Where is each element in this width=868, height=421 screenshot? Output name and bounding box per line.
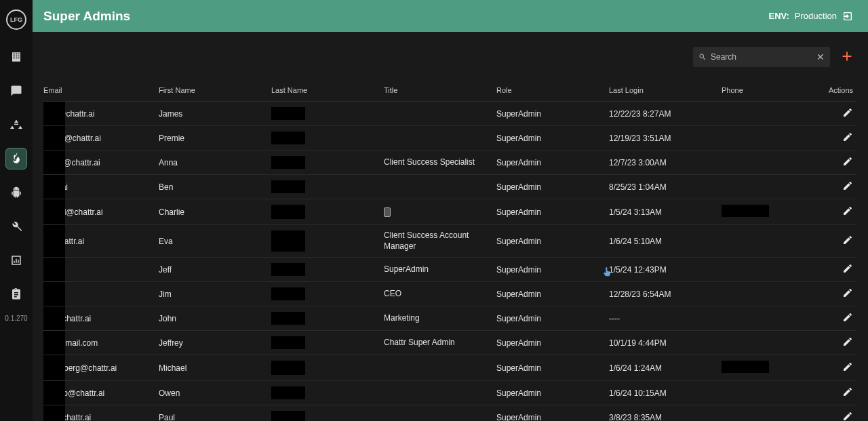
cell-phone bbox=[722, 331, 826, 355]
cell-role: SuperAdmin bbox=[496, 258, 609, 282]
logo[interactable]: LFG bbox=[6, 9, 26, 30]
nav-fire-icon[interactable] bbox=[5, 148, 27, 169]
col-role[interactable]: Role bbox=[496, 82, 609, 102]
cell-role: SuperAdmin bbox=[496, 102, 609, 126]
col-email[interactable]: Email bbox=[43, 82, 159, 102]
col-first-name[interactable]: First Name bbox=[159, 82, 271, 102]
table-row[interactable]: bio@chattr.aiPaulSuperAdmin3/8/23 8:35AM bbox=[43, 405, 856, 421]
edit-button[interactable] bbox=[842, 361, 853, 372]
edit-button[interactable] bbox=[842, 180, 853, 191]
cell-last-name bbox=[271, 126, 384, 151]
cell-phone bbox=[722, 225, 826, 258]
cell-actions bbox=[826, 258, 856, 282]
phone-redacted bbox=[722, 361, 769, 373]
cell-first-name: Jeffrey bbox=[159, 331, 271, 355]
admins-table: Email First Name Last Name Title Role La… bbox=[43, 82, 856, 421]
clear-search-icon[interactable]: ✕ bbox=[816, 52, 825, 62]
cell-first-name: John bbox=[159, 306, 271, 331]
cell-email: rjuste@chattr.ai bbox=[43, 151, 159, 175]
col-last-login[interactable]: Last Login bbox=[609, 82, 722, 102]
nav-android-icon[interactable] bbox=[5, 182, 27, 203]
cell-phone bbox=[722, 175, 826, 199]
cell-role: SuperAdmin bbox=[496, 405, 609, 421]
cell-last-login: 1/6/24 10:15AM bbox=[609, 381, 722, 405]
cell-role: SuperAdmin bbox=[496, 126, 609, 151]
search-box[interactable]: ✕ bbox=[693, 47, 830, 67]
nav-hierarchy-icon[interactable] bbox=[5, 114, 27, 136]
env-switcher[interactable]: ENV: Production bbox=[769, 11, 854, 22]
cell-phone bbox=[722, 306, 826, 331]
nav-clipboard-icon[interactable] bbox=[5, 283, 27, 305]
edit-button[interactable] bbox=[842, 205, 853, 216]
table-row[interactable]: l.nordberg@chattr.aiMichaelSuperAdmin1/6… bbox=[43, 355, 856, 381]
edit-button[interactable] bbox=[842, 156, 853, 167]
cell-first-name: Owen bbox=[159, 381, 271, 405]
cell-email: ercoco@chattr.ai bbox=[43, 381, 159, 405]
cell-email: dig@chattr.ai bbox=[43, 306, 159, 331]
table-header-row: Email First Name Last Name Title Role La… bbox=[43, 82, 856, 102]
cell-last-name bbox=[271, 331, 384, 355]
search-input[interactable] bbox=[711, 52, 812, 62]
cell-actions bbox=[826, 175, 856, 199]
edit-button[interactable] bbox=[842, 132, 853, 142]
edit-button[interactable] bbox=[842, 287, 853, 298]
edit-button[interactable] bbox=[842, 312, 853, 323]
nav-wrench-icon[interactable] bbox=[5, 216, 27, 237]
cell-title bbox=[384, 102, 496, 126]
col-phone[interactable]: Phone bbox=[722, 82, 826, 102]
edit-button[interactable] bbox=[842, 107, 853, 118]
search-icon bbox=[698, 52, 707, 62]
table-row[interactable]: attr.aiJimCEOSuperAdmin12/28/23 6:54AM bbox=[43, 282, 856, 306]
phone-redacted bbox=[722, 205, 769, 217]
cell-role: SuperAdmin bbox=[496, 331, 609, 355]
edit-button[interactable] bbox=[842, 411, 853, 421]
cell-actions bbox=[826, 282, 856, 306]
exit-icon bbox=[842, 11, 853, 22]
table-row[interactable]: rjuste@chattr.aiAnnaClient Success Speci… bbox=[43, 151, 856, 175]
cell-title bbox=[384, 355, 496, 381]
edit-button[interactable] bbox=[842, 235, 853, 245]
table-row[interactable]: hattr.aiBenSuperAdmin8/25/23 1:04AM bbox=[43, 175, 856, 199]
table-row[interactable]: dig@chattr.aiJohnMarketingSuperAdmin---- bbox=[43, 306, 856, 331]
cell-first-name: Michael bbox=[159, 355, 271, 381]
plus-icon bbox=[840, 49, 854, 64]
table-row[interactable]: on@gmail.comJeffreyChattr Super AdminSup… bbox=[43, 331, 856, 355]
cell-role: SuperAdmin bbox=[496, 306, 609, 331]
cell-last-login: 12/7/23 3:00AM bbox=[609, 151, 722, 175]
cell-title bbox=[384, 175, 496, 199]
edit-button[interactable] bbox=[842, 336, 853, 347]
env-label: ENV: bbox=[769, 11, 789, 21]
cell-title: Marketing bbox=[384, 306, 496, 331]
edit-button[interactable] bbox=[842, 386, 853, 397]
table-row[interactable]: walsh@chattr.aiPremieSuperAdmin12/19/23 … bbox=[43, 126, 856, 151]
cell-actions bbox=[826, 225, 856, 258]
cell-last-name bbox=[271, 282, 384, 306]
cell-email: l.nordberg@chattr.ai bbox=[43, 355, 159, 381]
table-row[interactable]: attr.aiJeffSuperAdminSuperAdmin1/5/24 12… bbox=[43, 258, 856, 282]
nav-building-icon[interactable] bbox=[5, 46, 27, 68]
nav-dashboard-icon[interactable] bbox=[5, 249, 27, 271]
cell-title bbox=[384, 199, 496, 225]
cell-actions bbox=[826, 199, 856, 225]
cell-phone bbox=[722, 102, 826, 126]
col-actions: Actions bbox=[826, 82, 856, 102]
cell-role: SuperAdmin bbox=[496, 199, 609, 225]
nav-chat-icon[interactable] bbox=[5, 80, 27, 102]
add-button[interactable] bbox=[840, 49, 854, 66]
cell-last-login: ---- bbox=[609, 306, 722, 331]
table-row[interactable]: ercoco@chattr.aiOwenSuperAdmin1/6/24 10:… bbox=[43, 381, 856, 405]
table-row[interactable]: bissell@chattr.aiCharlieSuperAdmin1/5/24… bbox=[43, 199, 856, 225]
col-title[interactable]: Title bbox=[384, 82, 496, 102]
cell-email: attr.ai bbox=[43, 282, 159, 306]
cell-role: SuperAdmin bbox=[496, 175, 609, 199]
edit-button[interactable] bbox=[842, 263, 853, 274]
cell-actions bbox=[826, 405, 856, 421]
cell-first-name: Jeff bbox=[159, 258, 271, 282]
cell-email: on@gmail.com bbox=[43, 331, 159, 355]
col-last-name[interactable]: Last Name bbox=[271, 82, 384, 102]
cell-last-name bbox=[271, 405, 384, 421]
table-row[interactable]: barr@chattr.aiJamesSuperAdmin12/22/23 8:… bbox=[43, 102, 856, 126]
table-row[interactable]: s@chattr.aiEvaClient Success Account Man… bbox=[43, 225, 856, 258]
cell-title bbox=[384, 381, 496, 405]
cell-email: attr.ai bbox=[43, 258, 159, 282]
